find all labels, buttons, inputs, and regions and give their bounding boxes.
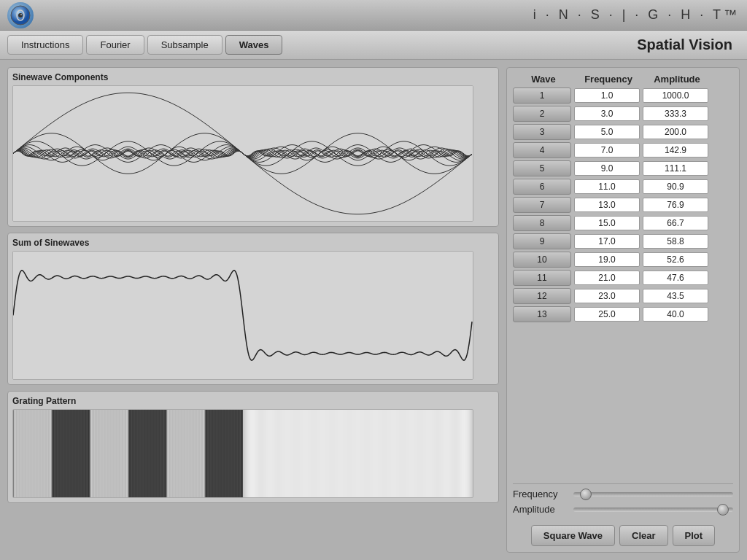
sum-chart-box: Sum of Sinewaves	[7, 233, 499, 385]
wave-num-btn-12[interactable]: 12	[513, 288, 571, 304]
wave-num-btn-4[interactable]: 4	[513, 142, 571, 158]
wave-num-btn-7[interactable]: 7	[513, 197, 571, 213]
square-wave-button[interactable]: Square Wave	[531, 525, 615, 546]
frequency-slider-row: Frequency	[513, 489, 733, 499]
table-row: 12	[513, 288, 733, 304]
amp-input-2[interactable]	[643, 106, 708, 121]
freq-input-8[interactable]	[574, 216, 640, 230]
sinewave-label: Sinewave Components	[12, 72, 494, 82]
amp-input-11[interactable]	[643, 271, 708, 285]
grating-canvas	[12, 409, 473, 498]
frequency-track	[573, 492, 733, 497]
amp-input-8[interactable]	[643, 216, 708, 230]
sum-label: Sum of Sinewaves	[12, 238, 494, 248]
frequency-label: Frequency	[513, 489, 568, 499]
freq-input-2[interactable]	[574, 106, 640, 121]
freq-input-1[interactable]	[574, 88, 640, 103]
table-row: 10	[513, 252, 733, 268]
wave-num-btn-10[interactable]: 10	[513, 252, 571, 268]
grating-chart-box: Grating Pattern	[7, 391, 499, 503]
amp-input-1[interactable]	[643, 88, 708, 103]
tab-bar: Instructions Fourier Subsample Waves Spa…	[0, 31, 747, 60]
table-row: 6	[513, 179, 733, 195]
grating-label: Grating Pattern	[12, 396, 494, 406]
sum-canvas	[12, 251, 473, 380]
tab-instructions[interactable]: Instructions	[7, 35, 83, 55]
table-row: 8	[513, 215, 733, 231]
table-row: 5	[513, 160, 733, 176]
sinewave-canvas	[12, 85, 473, 222]
wave-num-btn-11[interactable]: 11	[513, 270, 571, 286]
frequency-thumb[interactable]	[580, 489, 592, 500]
amp-input-5[interactable]	[643, 161, 708, 176]
wave-num-btn-2[interactable]: 2	[513, 106, 571, 122]
clear-button[interactable]: Clear	[619, 525, 668, 546]
brand-name: i · N · S · | · G · H · T™	[533, 7, 740, 23]
freq-input-9[interactable]	[574, 234, 640, 249]
amp-input-6[interactable]	[643, 179, 708, 194]
freq-input-5[interactable]	[574, 161, 640, 176]
table-row: 2	[513, 106, 733, 122]
tab-subsample[interactable]: Subsample	[147, 35, 222, 55]
tab-waves[interactable]: Waves	[225, 35, 283, 55]
amp-input-9[interactable]	[643, 234, 708, 249]
freq-input-3[interactable]	[574, 125, 640, 139]
table-row: 7	[513, 197, 733, 213]
amplitude-thumb[interactable]	[717, 504, 729, 516]
sliders-section: Frequency Amplitude	[513, 483, 733, 519]
svg-point-3	[20, 14, 22, 15]
sinewave-chart-box: Sinewave Components	[7, 67, 499, 227]
tab-fourier[interactable]: Fourier	[86, 35, 144, 55]
col-wave: Wave	[514, 74, 573, 85]
wave-table-header: Wave Frequency Amplitude	[513, 74, 733, 85]
table-row: 13	[513, 306, 733, 322]
amp-input-12[interactable]	[643, 289, 708, 303]
table-row: 3	[513, 124, 733, 140]
amp-input-10[interactable]	[643, 252, 708, 267]
bottom-buttons: Square Wave Clear Plot	[513, 525, 733, 546]
freq-input-11[interactable]	[574, 271, 640, 285]
wave-num-btn-1[interactable]: 1	[513, 88, 571, 104]
freq-input-6[interactable]	[574, 179, 640, 194]
table-row: 9	[513, 233, 733, 249]
app-logo	[7, 2, 34, 28]
wave-table: 1 2 3 4 5 6 7 8	[513, 88, 733, 478]
freq-input-13[interactable]	[574, 307, 640, 322]
wave-num-btn-9[interactable]: 9	[513, 233, 571, 249]
wave-num-btn-6[interactable]: 6	[513, 179, 571, 195]
left-panel: Sinewave Components Sum of Sinewaves Gra…	[7, 67, 499, 553]
amplitude-slider-row: Amplitude	[513, 504, 733, 515]
amp-input-7[interactable]	[643, 198, 708, 212]
wave-num-btn-3[interactable]: 3	[513, 124, 571, 140]
table-row: 11	[513, 270, 733, 286]
wave-num-btn-13[interactable]: 13	[513, 306, 571, 322]
amplitude-label: Amplitude	[513, 504, 568, 515]
table-row: 1	[513, 88, 733, 104]
header: i · N · S · | · G · H · T™	[0, 0, 747, 31]
amp-input-3[interactable]	[643, 125, 708, 139]
amplitude-track	[573, 508, 733, 512]
main-content: Sinewave Components Sum of Sinewaves Gra…	[0, 60, 747, 560]
amp-input-4[interactable]	[643, 143, 708, 158]
wave-num-btn-8[interactable]: 8	[513, 215, 571, 231]
freq-input-12[interactable]	[574, 289, 640, 303]
freq-input-10[interactable]	[574, 252, 640, 267]
table-row: 4	[513, 142, 733, 158]
col-amplitude: Amplitude	[644, 74, 710, 85]
freq-input-4[interactable]	[574, 143, 640, 158]
col-frequency: Frequency	[576, 74, 641, 85]
freq-input-7[interactable]	[574, 198, 640, 212]
svg-point-2	[18, 13, 23, 18]
plot-button[interactable]: Plot	[673, 525, 716, 546]
right-panel: Wave Frequency Amplitude 1 2 3 4 5 6	[506, 67, 740, 553]
wave-num-btn-5[interactable]: 5	[513, 160, 571, 176]
page-title: Spatial Vision	[637, 36, 740, 53]
amp-input-13[interactable]	[643, 307, 708, 322]
